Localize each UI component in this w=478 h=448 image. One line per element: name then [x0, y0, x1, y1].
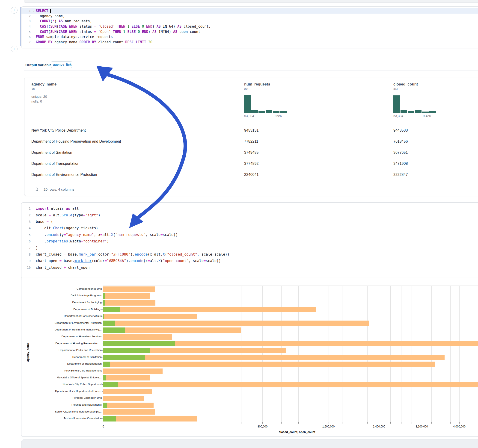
fold-chevron-icon[interactable]: ⌄	[33, 220, 34, 223]
x-axis-label: 3,200,000	[415, 425, 428, 428]
x-axis-label: 1,600,000	[322, 425, 335, 428]
table-row[interactable]: Department of Environmental Protection22…	[25, 169, 478, 180]
y-axis-label: Operations Unit - Department of Hom…	[28, 390, 102, 392]
fold-chevron-icon[interactable]: ⌄	[33, 9, 34, 12]
x-minor-tick	[241, 422, 241, 423]
gridline	[379, 286, 379, 422]
code-line[interactable]: 6 .properties(width="container")	[21, 238, 478, 244]
y-axis-label: DHS Advantage Programs	[28, 294, 102, 297]
line-number: 5	[21, 30, 31, 34]
y-axis-label: Department of Homeless Services	[28, 335, 102, 338]
column-header-agency-name[interactable]: agency_name str unique: 20 nulls: 0	[31, 82, 57, 104]
gridline	[468, 286, 468, 422]
gridline	[329, 286, 329, 422]
table-cell: 3677651	[393, 147, 408, 158]
table-cell: 7782211	[244, 136, 258, 147]
x-minor-tick	[431, 422, 432, 423]
gridline	[431, 286, 432, 422]
code-line[interactable]: 2scale = alt.Scale(type="sqrt")	[21, 212, 478, 218]
code-line[interactable]: 6FROM sample_data.nyc.service_requests	[21, 34, 478, 40]
y-axis-label: Taxi and Limousine Commission	[28, 417, 102, 420]
table-cell: 2222847	[393, 169, 408, 180]
bar-closed_count	[103, 334, 172, 340]
column-header-closed-count[interactable]: closed_count i64 53,304 9.4e6	[393, 82, 437, 119]
y-axis-label: Correspondence Unit	[28, 287, 102, 290]
x-minor-tick	[477, 422, 477, 423]
code-line[interactable]: 4 alt.Chart(agency_tickets)	[21, 225, 478, 231]
code-line[interactable]: 3 COUNT(*) AS num_requests,	[21, 19, 478, 24]
gridline	[216, 286, 216, 422]
bar-closed_count	[103, 321, 369, 326]
x-minor-tick	[281, 422, 282, 423]
code-line[interactable]: 3⌄base = (	[21, 218, 478, 225]
code-line[interactable]: 4 CAST(SUM(CASE WHEN status = 'Closed' T…	[21, 24, 478, 29]
table-cell: 3471908	[393, 158, 408, 169]
table-row[interactable]: Department of Housing Preservation and D…	[25, 136, 478, 147]
table-row-count: 20 rows, 4 columns	[44, 187, 75, 192]
table-row[interactable]: Department of Transportation377489234719…	[25, 158, 478, 169]
code-line[interactable]: 1⌄SELECT	[21, 8, 478, 14]
gridline	[412, 286, 412, 422]
histogram-bar	[258, 111, 265, 113]
code-text: GROUP BY agency_name ORDER BY closed_cou…	[31, 40, 152, 44]
code-line[interactable]: 8chart_closed = base.mark_bar(color="#FF…	[21, 251, 478, 258]
bar-open_count	[103, 341, 175, 346]
bar-closed_count	[103, 307, 316, 312]
code-text: )	[31, 246, 38, 250]
dataframe-table: agency_name str unique: 20 nulls: 0 num_…	[24, 78, 478, 196]
code-line[interactable]: 5 .encode(y="agency_name", x=alt.X("num_…	[21, 232, 478, 238]
line-number: 3	[21, 19, 31, 23]
line-number: 6	[21, 35, 31, 39]
gridline	[314, 286, 314, 422]
column-name: num_requests	[244, 82, 288, 87]
code-line[interactable]: 10chart_closed + chart_open	[21, 264, 478, 271]
x-minor-tick	[468, 422, 468, 423]
output-variable-chip[interactable]: agency_tickets	[51, 61, 72, 68]
code-line[interactable]: 7)	[21, 244, 478, 251]
code-line[interactable]: 7GROUP BY agency_name ORDER BY closed_co…	[21, 40, 478, 45]
bar-closed_count	[103, 403, 154, 408]
bar-open_count	[103, 382, 118, 387]
y-axis-label: Senior Citizen Rent Increase Exempti…	[28, 410, 102, 413]
column-type: i64	[244, 87, 288, 91]
table-cell: 9453131	[244, 125, 258, 136]
chart-output: agency_name Correspondence UnitDHS Advan…	[21, 278, 478, 437]
gridline	[342, 286, 342, 422]
x-axis-label: 2,400,000	[373, 425, 385, 428]
code-line[interactable]: 9chart_open = base.mark_bar(color="#8BC3…	[21, 258, 478, 264]
hist-max-label: 9.4e6	[423, 114, 431, 118]
hist-min-label: 53,304	[244, 114, 254, 118]
y-axis-label: Department of Buildings	[28, 308, 102, 311]
line-number: 4	[21, 226, 31, 230]
code-text: SELECT	[31, 9, 51, 13]
x-axis-label: 800,000	[258, 425, 267, 428]
code-line[interactable]: 2 agency_name,	[21, 14, 478, 19]
code-text: COUNT(*) AS num_requests,	[31, 19, 92, 23]
gridline	[183, 286, 183, 422]
line-number: 6	[21, 239, 31, 243]
next-cell-edge[interactable]	[21, 440, 478, 448]
column-header-num-requests[interactable]: num_requests i64 53,304 9.5e6	[244, 82, 288, 119]
histogram-bar	[408, 111, 414, 113]
code-line[interactable]: 1import altair as alt	[21, 205, 478, 212]
add-cell-button-output[interactable]: +	[11, 46, 18, 52]
table-cell: 9443533	[393, 125, 408, 136]
x-minor-tick	[183, 422, 183, 423]
sql-code-cell[interactable]: 1⌄SELECT 2 agency_name,3 COUNT(*) AS num…	[21, 6, 478, 48]
gridline	[450, 286, 451, 422]
line-number: 1⌄	[21, 9, 31, 13]
table-row[interactable]: Department of Sanitation37494853677651	[25, 147, 478, 158]
table-row[interactable]: New York City Police Department945313194…	[25, 125, 478, 136]
code-text: base = (	[31, 220, 53, 224]
column-type: str	[31, 87, 57, 91]
line-number: 9	[21, 259, 31, 263]
add-cell-button-top[interactable]: +	[11, 7, 18, 14]
bar-closed_count	[103, 382, 478, 387]
table-cell: New York City Police Department	[31, 125, 86, 136]
search-icon[interactable]	[35, 188, 38, 191]
text-cursor	[50, 9, 51, 13]
code-line[interactable]: 5 CAST(SUM(CASE WHEN status = 'Open' THE…	[21, 29, 478, 34]
python-code-cell[interactable]: 1import altair as alt2scale = alt.Scale(…	[21, 202, 478, 278]
histogram-bar	[244, 95, 251, 113]
x-minor-tick	[390, 422, 391, 423]
